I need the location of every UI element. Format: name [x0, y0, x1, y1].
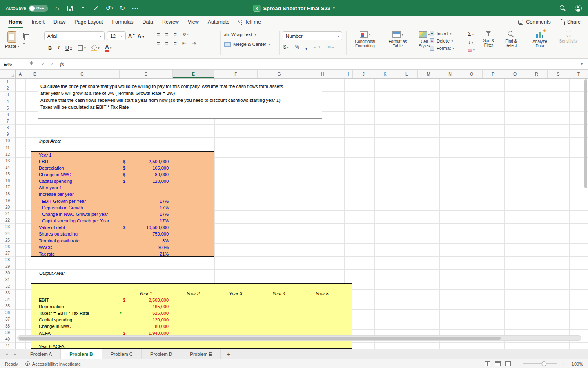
row-header-38[interactable]: 38	[0, 323, 15, 330]
row-header-16[interactable]: 16	[0, 177, 15, 184]
font-color-button[interactable]: A▾	[105, 45, 111, 52]
row-header-9[interactable]: 9	[0, 131, 15, 138]
zoom-in-button[interactable]: +	[561, 361, 565, 367]
align-top-button[interactable]: ≡	[157, 31, 160, 37]
column-header-g[interactable]: G	[258, 70, 301, 78]
column-header-m[interactable]: M	[418, 70, 439, 78]
previous-sheet-button[interactable]: ◂	[6, 352, 8, 356]
sort-filter-button[interactable]: Sort & Filter	[480, 31, 498, 47]
grow-font-button[interactable]: A▲	[128, 33, 135, 39]
row-header-27[interactable]: 27	[0, 250, 15, 257]
align-bottom-button[interactable]: ≡	[174, 31, 177, 37]
row-header-4[interactable]: 4	[0, 98, 15, 105]
name-box-stepper[interactable]	[30, 61, 33, 65]
column-header-j[interactable]: J	[353, 70, 374, 78]
confirm-entry-button[interactable]: ✓	[50, 61, 54, 67]
column-header-t[interactable]: T	[569, 70, 588, 78]
decrease-indent-button[interactable]: ⇤	[182, 40, 187, 46]
column-header-q[interactable]: Q	[504, 70, 526, 78]
borders-button[interactable]: ▾	[78, 45, 86, 51]
column-header-a[interactable]: A	[16, 70, 25, 78]
save-button[interactable]	[66, 4, 74, 13]
formula-input[interactable]	[69, 59, 576, 69]
redo-button[interactable]: ↻	[118, 4, 127, 13]
sheet-tab-problem-d[interactable]: Problem D	[142, 349, 181, 359]
sensitivity-button[interactable]: Sensitivity	[558, 31, 579, 43]
zoom-slider-thumb[interactable]	[542, 361, 546, 366]
underline-button[interactable]: U▾	[65, 45, 72, 51]
formula-bar-expand-button[interactable]: ▼	[576, 62, 588, 66]
quick-edit-button[interactable]	[92, 4, 100, 13]
column-header-r[interactable]: R	[526, 70, 548, 78]
font-name-select[interactable]: Arial▾	[44, 31, 105, 40]
ribbon-tab-view[interactable]: View	[183, 16, 203, 28]
row-header-25[interactable]: 25	[0, 237, 15, 244]
row-header-41[interactable]: 41	[0, 343, 15, 349]
row-header-18[interactable]: 18	[0, 191, 15, 197]
spreadsheet-grid[interactable]: ABCDEFGHIJKLMNOPQRST 1234567891011121314…	[0, 70, 588, 349]
normal-view-button[interactable]	[485, 361, 490, 366]
row-header-11[interactable]: 11	[0, 145, 15, 151]
row-header-17[interactable]: 17	[0, 184, 15, 191]
wrap-text-button[interactable]: ab Wrap Text ▾	[224, 32, 270, 37]
row-header-35[interactable]: 35	[0, 303, 15, 310]
column-header-s[interactable]: S	[548, 70, 569, 78]
sheet-tab-problem-e[interactable]: Problem E	[181, 349, 221, 359]
zoom-slider[interactable]	[523, 363, 557, 364]
clear-button[interactable]: ▾	[468, 48, 475, 52]
ribbon-tab-review[interactable]: Review	[158, 16, 183, 28]
row-header-26[interactable]: 26	[0, 244, 15, 250]
undo-button[interactable]: ↺▾	[105, 4, 114, 13]
row-header-23[interactable]: 23	[0, 224, 15, 230]
insert-function-button[interactable]: fx	[60, 61, 64, 67]
add-sheet-button[interactable]: +	[221, 349, 236, 359]
select-all-corner[interactable]	[0, 70, 16, 79]
row-header-28[interactable]: 28	[0, 257, 15, 263]
row-header-29[interactable]: 29	[0, 263, 15, 270]
row-header-7[interactable]: 7	[0, 118, 15, 125]
number-format-select[interactable]: Number▾	[283, 31, 342, 40]
search-button[interactable]	[559, 4, 567, 13]
row-header-14[interactable]: 14	[0, 164, 15, 171]
row-header-3[interactable]: 3	[0, 92, 15, 98]
zoom-out-button[interactable]: −	[515, 361, 519, 367]
row-header-39[interactable]: 39	[0, 330, 15, 336]
document-title-area[interactable]: x Spread Sheet for Final S23 ▾	[253, 0, 334, 16]
row-header-5[interactable]: 5	[0, 105, 15, 112]
find-select-button[interactable]: Find & Select	[503, 31, 520, 48]
tab-tell-me[interactable]: Tell me	[234, 19, 265, 25]
copy-button[interactable]	[23, 33, 24, 38]
italic-button[interactable]: I	[58, 45, 59, 51]
column-header-i[interactable]: I	[344, 70, 353, 78]
font-size-select[interactable]: 12▾	[107, 31, 126, 40]
input-area-box[interactable]: Year 1EBIT$2,500,000Depreciation$165,000…	[31, 151, 214, 257]
profile-button[interactable]	[574, 4, 582, 13]
column-header-n[interactable]: N	[439, 70, 461, 78]
ribbon-tab-home[interactable]: Home	[4, 16, 27, 28]
row-header-8[interactable]: 8	[0, 125, 15, 131]
sheet-tab-problem-c[interactable]: Problem C	[102, 349, 142, 359]
row-header-12[interactable]: 12	[0, 151, 15, 158]
ribbon-tab-data[interactable]: Data	[138, 16, 157, 28]
column-header-o[interactable]: O	[461, 70, 483, 78]
ribbon-tab-page-layout[interactable]: Page Layout	[70, 16, 107, 28]
column-header-b[interactable]: B	[25, 70, 45, 78]
align-center-button[interactable]: ≡	[165, 40, 169, 46]
shrink-font-button[interactable]: A▼	[138, 33, 145, 39]
horizontal-scrollbar[interactable]	[17, 335, 581, 341]
column-header-c[interactable]: C	[45, 70, 120, 78]
vertical-scrollbar[interactable]	[584, 79, 587, 188]
row-header-33[interactable]: 33	[0, 290, 15, 296]
row-header-19[interactable]: 19	[0, 197, 15, 204]
currency-format-button[interactable]: $▾	[283, 44, 289, 50]
format-cells-button[interactable]: Format▾	[430, 46, 454, 51]
column-header-h[interactable]: H	[301, 70, 344, 78]
align-left-button[interactable]: ≡	[157, 40, 160, 46]
page-break-view-button[interactable]	[505, 361, 511, 366]
row-header-24[interactable]: 24	[0, 230, 15, 237]
column-header-p[interactable]: P	[483, 70, 504, 78]
comma-format-button[interactable]: ,	[305, 45, 307, 49]
cancel-entry-button[interactable]: ×	[41, 62, 44, 67]
horizontal-scrollbar-thumb[interactable]	[19, 337, 501, 340]
sheet-tab-problem-a[interactable]: Problem A	[22, 349, 61, 359]
